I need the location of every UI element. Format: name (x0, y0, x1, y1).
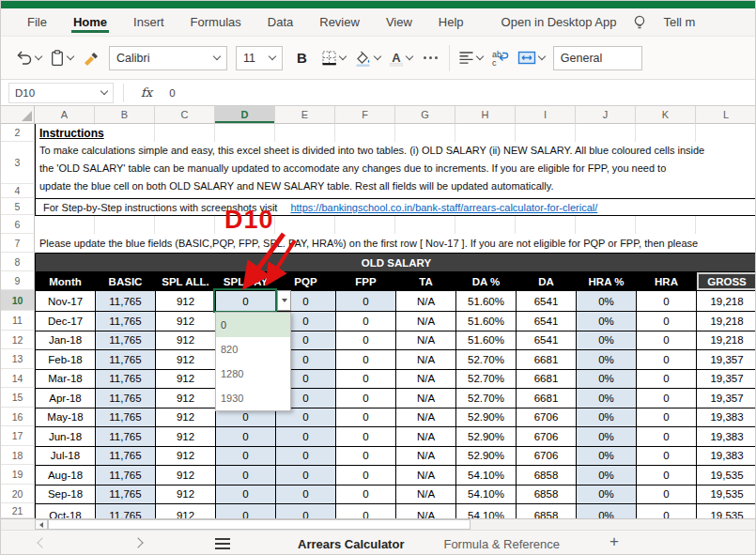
column-header-G[interactable]: G (395, 106, 455, 124)
cell[interactable]: 54.10% (456, 466, 517, 486)
column-header-F[interactable]: F (335, 106, 395, 124)
column-header-J[interactable]: J (576, 106, 636, 124)
row-header-13[interactable]: 13 (1, 349, 35, 369)
dropdown-option[interactable]: 0 (216, 313, 290, 337)
cell[interactable]: May-18 (36, 409, 96, 428)
cell[interactable]: 19,535 (697, 486, 756, 505)
cell[interactable]: 6706 (517, 447, 577, 467)
cell[interactable]: 0 (637, 466, 697, 486)
cell[interactable]: 19,357 (697, 389, 756, 409)
cell[interactable]: 11,765 (96, 427, 156, 447)
add-sheet-button[interactable]: + (609, 532, 619, 551)
cell[interactable]: N/A (396, 409, 456, 428)
cell[interactable]: 912 (156, 370, 216, 390)
cell[interactable]: N/A (396, 331, 456, 351)
cell[interactable]: Nov-17 (36, 291, 96, 312)
cell[interactable]: 11,765 (96, 389, 156, 409)
cell[interactable]: Sep-18 (36, 486, 96, 505)
cell[interactable]: Jan-18 (36, 331, 96, 351)
tell-me-button[interactable]: Tell m (663, 15, 695, 29)
cell[interactable]: N/A (396, 389, 456, 409)
sheet-tab[interactable]: Formula & Reference (440, 531, 563, 555)
cell[interactable]: Feb-18 (36, 350, 96, 370)
cell[interactable]: 0 (276, 504, 336, 519)
row-header-9[interactable]: 9 (1, 271, 35, 290)
cell[interactable]: 0 (637, 370, 697, 390)
cell[interactable]: 6541 (517, 291, 577, 312)
cell[interactable]: 0% (577, 331, 637, 351)
cell[interactable]: 52.70% (456, 389, 517, 409)
cell[interactable]: 0 (336, 370, 396, 390)
cell[interactable]: 6858 (517, 504, 577, 519)
cell[interactable]: 0% (577, 312, 637, 331)
font-color-button[interactable]: A (389, 50, 412, 67)
cell[interactable]: 19,383 (697, 409, 756, 428)
alignment-button[interactable] (458, 51, 483, 65)
row-header-3[interactable]: 3 (1, 142, 35, 184)
dropdown-option[interactable]: 1930 (216, 386, 290, 410)
cell[interactable]: 912 (156, 486, 216, 505)
menu-tab-insert[interactable]: Insert (120, 8, 177, 36)
cell[interactable]: Apr-18 (36, 389, 96, 409)
cell[interactable]: 11,765 (96, 447, 156, 467)
cell[interactable]: 0% (577, 291, 637, 312)
cell[interactable]: 11,765 (96, 331, 156, 351)
cell[interactable]: 0 (216, 504, 276, 519)
row-header-20[interactable]: 20 (1, 485, 35, 504)
cell[interactable]: 11,765 (96, 466, 156, 486)
cell[interactable]: 11,765 (96, 312, 156, 331)
cell[interactable]: 6858 (517, 486, 577, 505)
cell[interactable]: 912 (156, 350, 216, 370)
cell[interactable]: 912 (156, 409, 216, 428)
cell[interactable]: 11,765 (96, 486, 156, 505)
cell[interactable]: Dec-17 (36, 312, 96, 331)
select-all-corner[interactable] (1, 106, 35, 124)
more-options-icon[interactable] (421, 56, 440, 59)
cell[interactable]: N/A (396, 312, 456, 331)
row-header-21[interactable]: 21 (1, 503, 35, 518)
cell[interactable]: 0% (577, 389, 637, 409)
cell[interactable]: 912 (156, 389, 216, 409)
row-header-14[interactable]: 14 (1, 369, 35, 389)
cell[interactable]: 6681 (517, 350, 577, 370)
column-header-B[interactable]: B (95, 106, 155, 124)
row-header-19[interactable]: 19 (1, 465, 35, 485)
cell[interactable]: 6858 (517, 466, 577, 486)
cell[interactable]: 54.10% (456, 504, 517, 519)
cell[interactable]: 0 (336, 389, 396, 409)
insert-function-button[interactable]: fx (133, 85, 160, 100)
all-sheets-menu-icon[interactable] (215, 538, 230, 552)
cell[interactable]: 912 (156, 312, 216, 331)
cell[interactable]: N/A (396, 291, 456, 312)
cell[interactable]: 19,357 (697, 350, 756, 370)
cell[interactable]: 0 (637, 331, 697, 351)
cell[interactable]: 0 (336, 291, 396, 312)
cell[interactable]: 11,765 (96, 350, 156, 370)
cell[interactable]: 11,765 (96, 409, 156, 428)
dropdown-option[interactable]: 820 (216, 337, 290, 362)
cell[interactable]: 6681 (517, 370, 577, 390)
cell[interactable]: 6706 (517, 427, 577, 447)
cell[interactable]: 0 (216, 486, 276, 505)
undo-button[interactable] (16, 51, 41, 66)
cell[interactable]: 912 (156, 291, 216, 312)
cell[interactable]: 0 (637, 504, 697, 519)
row-header-10[interactable]: 10 (1, 290, 35, 311)
cell[interactable]: 52.90% (456, 447, 517, 467)
menu-tab-data[interactable]: Data (255, 8, 306, 36)
cell[interactable]: 0 (336, 427, 396, 447)
scrollbar-thumb[interactable] (48, 519, 471, 530)
cell[interactable]: 0 (336, 350, 396, 370)
cell[interactable]: 0% (577, 447, 637, 467)
cell[interactable]: 52.70% (456, 370, 517, 390)
cell[interactable]: N/A (396, 486, 456, 505)
dropdown-option[interactable]: 1280 (216, 362, 290, 386)
cell[interactable]: 0% (577, 350, 637, 370)
font-name-select[interactable]: Calibri (109, 46, 227, 70)
cell[interactable]: 0 (637, 350, 697, 370)
cell[interactable]: 0% (577, 504, 637, 519)
validation-dropdown-button[interactable] (277, 290, 291, 311)
cell[interactable]: 0 (216, 291, 276, 312)
row-header-5[interactable]: 5 (1, 198, 35, 215)
row-header-12[interactable]: 12 (1, 331, 35, 350)
